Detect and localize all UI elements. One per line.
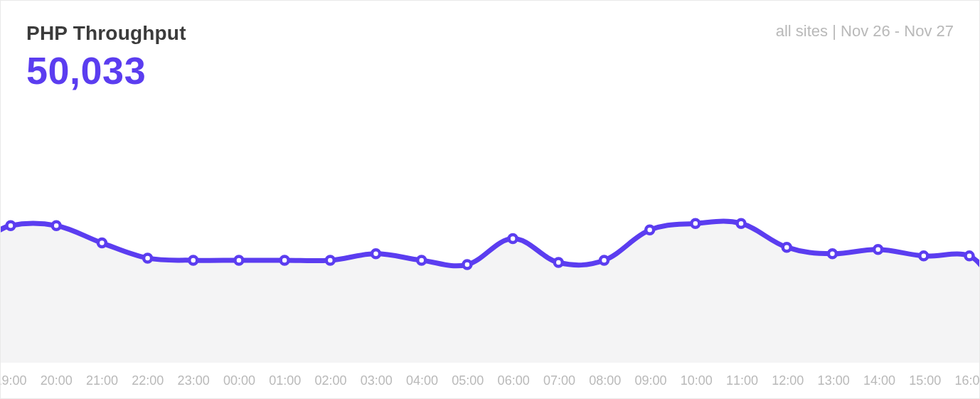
x-tick: 13:00 [818,373,850,388]
data-point[interactable] [98,239,106,247]
x-tick: 01:00 [269,373,301,388]
x-tick: 19:00 [0,373,27,388]
data-point[interactable] [555,259,563,267]
x-tick: 08:00 [589,373,621,388]
x-tick: 07:00 [543,373,575,388]
date-range: all sites | Nov 26 - Nov 27 [776,22,954,41]
x-tick: 11:00 [726,373,758,388]
x-tick: 15:00 [909,373,941,388]
x-tick: 02:00 [314,373,346,388]
data-point[interactable] [509,235,517,243]
data-point[interactable] [646,226,654,234]
x-tick: 16:00 [954,373,980,388]
chart-title: PHP Throughput [26,21,186,46]
throughput-card: PHP Throughput 50,033 all sites | Nov 26… [0,0,980,399]
data-point[interactable] [235,256,243,264]
x-tick: 09:00 [634,373,666,388]
metric-value: 50,033 [26,50,186,91]
data-point[interactable] [463,261,471,269]
title-block: PHP Throughput 50,033 [26,21,186,91]
data-point[interactable] [281,256,289,264]
data-point[interactable] [783,243,791,251]
data-point[interactable] [691,220,699,228]
x-tick: 10:00 [681,373,713,388]
data-point[interactable] [874,245,882,253]
x-tick: 12:00 [772,373,804,388]
x-tick: 03:00 [361,373,393,388]
line-chart-svg [1,122,979,356]
x-tick: 14:00 [863,373,895,388]
x-tick: 20:00 [41,373,73,388]
data-point[interactable] [737,220,745,228]
x-tick: 23:00 [178,373,210,388]
data-point[interactable] [6,222,14,230]
data-point[interactable] [372,250,380,257]
x-tick: 04:00 [406,373,438,388]
x-tick: 22:00 [132,373,164,388]
card-header: PHP Throughput 50,033 all sites | Nov 26… [26,21,954,91]
data-point[interactable] [829,250,836,257]
chart-plot-area [1,122,979,356]
x-tick: 00:00 [223,373,255,388]
x-axis: 19:0020:0021:0022:0023:0000:0001:0002:00… [1,360,979,388]
data-point[interactable] [920,252,927,260]
x-tick: 21:00 [86,373,118,388]
data-point[interactable] [326,256,334,264]
x-tick: 05:00 [452,373,484,388]
data-point[interactable] [53,222,60,230]
data-point[interactable] [144,254,151,262]
data-point[interactable] [189,256,197,264]
data-point[interactable] [966,252,974,260]
x-tick: 06:00 [498,373,530,388]
chart-area-fill [0,221,980,363]
data-point[interactable] [600,256,608,264]
data-point[interactable] [417,256,425,264]
